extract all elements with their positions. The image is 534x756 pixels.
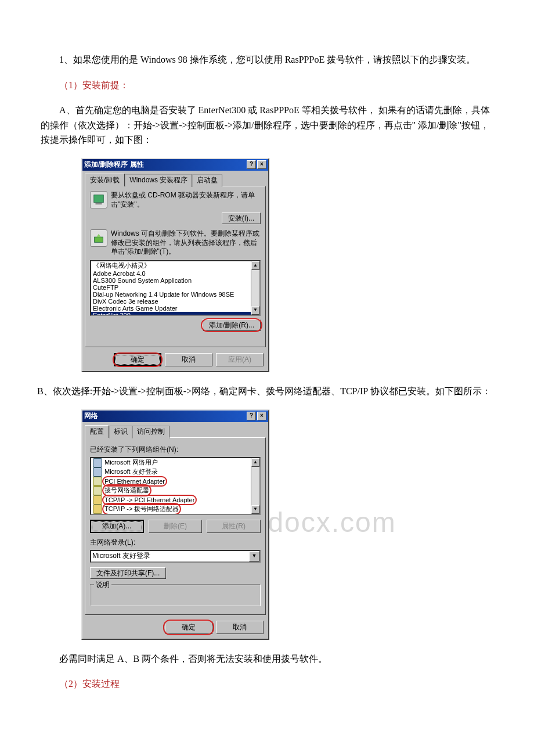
dialog-title: 网络 [84, 411, 246, 421]
tab-bar: 安装/卸载 Windows 安装程序 启动盘 [82, 171, 268, 186]
dialog-button-row: 确定 取消 应用(A) [82, 350, 268, 371]
step-1-premise: （1）安装前提： [41, 78, 493, 93]
tab-panel: 要从软盘或 CD-ROM 驱动器安装新程序，请单击"安装"。 安装(I)... … [85, 186, 266, 347]
dialog-titlebar: 添加/删除程序 属性 ? × [82, 159, 268, 171]
description-label: 说明 [94, 580, 111, 590]
svg-rect-2 [95, 237, 103, 242]
client-icon [93, 467, 102, 477]
add-remove-programs-dialog: 添加/删除程序 属性 ? × 安装/卸载 Windows 安装程序 启动盘 要从… [81, 158, 269, 372]
scroll-down-icon[interactable]: ▼ [251, 505, 259, 514]
file-print-sharing-button[interactable]: 文件及打印共享(F)... [90, 567, 166, 579]
list-item[interactable]: Dial-up Networking 1.4 Update for Window… [91, 291, 259, 298]
adapter-icon [93, 477, 102, 486]
condition-text: 必需同时满足 A、B 两个条件，否则将无法安装和使用拨号软件。 [41, 651, 493, 667]
help-icon[interactable]: ? [247, 160, 256, 169]
install-icon [90, 191, 107, 208]
step-2-process: （2）安装过程 [41, 676, 493, 692]
list-item[interactable]: PCI Ethernet Adapter [91, 477, 259, 486]
dialog-title: 添加/删除程序 属性 [84, 160, 246, 170]
list-item-label: TCP/IP -> 拨号网络适配器 [104, 505, 179, 513]
chevron-down-icon[interactable]: ▼ [249, 551, 259, 561]
network-dialog: 网络 ? × 配置 标识 访问控制 已经安装了下列网络组件(N): Micros… [81, 409, 269, 640]
list-item[interactable]: Microsoft 网络用户 [91, 458, 259, 467]
ok-button[interactable]: 确定 [165, 621, 212, 634]
tab-startup-disk[interactable]: 启动盘 [192, 174, 222, 187]
list-item[interactable]: ALS300 Sound System Application [91, 277, 259, 284]
list-item-label: PCI Ethernet Adapter [104, 478, 165, 485]
program-listbox[interactable]: 《网络电视小精灵》 Adobe Acrobat 4.0 ALS300 Sound… [90, 260, 261, 316]
tab-panel: 已经安装了下列网络组件(N): Microsoft 网络用户 Microsoft… [85, 437, 266, 615]
tab-config[interactable]: 配置 [85, 425, 109, 438]
components-label: 已经安装了下列网络组件(N): [90, 445, 261, 455]
close-icon[interactable]: × [257, 412, 266, 420]
list-item[interactable]: Electronic Arts Game Updater [91, 305, 259, 312]
primary-logon-combo[interactable]: Microsoft 友好登录 ▼ [90, 550, 261, 563]
step-b-text: B、依次选择:开始->设置->控制面板->网络，确定网卡、拨号网络适配器、TCP… [37, 384, 493, 399]
tab-access-control[interactable]: 访问控制 [132, 426, 169, 438]
remove-help-text: Windows 可自动删除下列软件。要删除某程序或修改已安装的组件，请从列表选择… [111, 229, 261, 257]
properties-button[interactable]: 属性(R) [207, 520, 261, 533]
install-button[interactable]: 安装(I)... [222, 213, 261, 224]
list-item[interactable]: 拨号网络适配器 [91, 486, 259, 495]
cancel-button[interactable]: 取消 [216, 621, 264, 634]
list-item-label: TCP/IP -> PCI Ethernet Adapter [104, 496, 194, 503]
svg-rect-0 [94, 195, 104, 203]
tab-bar: 配置 标识 访问控制 [82, 422, 268, 437]
scroll-up-icon[interactable]: ▲ [251, 458, 259, 467]
list-item[interactable]: TCP/IP -> PCI Ethernet Adapter [91, 495, 259, 505]
list-item-selected[interactable]: EnterNet 300 [91, 312, 259, 316]
list-item-label: Microsoft 网络用户 [104, 458, 158, 467]
help-icon[interactable]: ? [247, 412, 256, 420]
uninstall-icon [90, 229, 107, 247]
listbox-scrollbar[interactable]: ▲ ▼ [251, 261, 259, 315]
protocol-icon [93, 505, 102, 514]
add-remove-button[interactable]: 添加/删除(R)... [203, 319, 261, 331]
component-button-row: 添加(A)... 删除(E) 属性(R) [90, 520, 261, 533]
ok-button[interactable]: 确定 [114, 353, 161, 366]
close-icon[interactable]: × [257, 160, 266, 169]
dialog-titlebar: 网络 ? × [82, 411, 268, 422]
list-item[interactable]: 《网络电视小精灵》 [91, 261, 259, 270]
list-item-label: 拨号网络适配器 [104, 486, 149, 495]
list-item[interactable]: TCP/IP -> 拨号网络适配器 [91, 505, 259, 514]
adapter-icon [93, 486, 102, 495]
svg-rect-1 [96, 203, 102, 204]
combo-value: Microsoft 友好登录 [92, 551, 150, 561]
paragraph-intro: 1、如果您使用的是 Windows 98 操作系统，您可以使用 RasPPPoE… [41, 52, 493, 67]
list-item[interactable]: CuteFTP [91, 284, 259, 291]
apply-button[interactable]: 应用(A) [216, 353, 264, 366]
list-item-label: Microsoft 友好登录 [104, 467, 158, 476]
step-a-text: A、首先确定您的电脑是否安装了 EnterNet300 或 RasPPPoE 等… [41, 103, 493, 147]
dialog-button-row: 确定 取消 [82, 617, 268, 639]
tab-identity[interactable]: 标识 [109, 426, 132, 438]
scroll-up-icon[interactable]: ▲ [251, 261, 259, 270]
protocol-icon [93, 495, 102, 505]
list-item[interactable]: Microsoft 友好登录 [91, 467, 259, 477]
list-item[interactable]: Adobe Acrobat 4.0 [91, 270, 259, 277]
install-help-text: 要从软盘或 CD-ROM 驱动器安装新程序，请单击"安装"。 [111, 191, 261, 209]
primary-logon-label: 主网络登录(L): [90, 538, 261, 548]
listbox-scrollbar[interactable]: ▲ ▼ [251, 458, 259, 514]
cancel-button[interactable]: 取消 [165, 353, 212, 366]
list-item[interactable]: DivX Codec 3e release [91, 298, 259, 305]
description-groupbox: 说明 [90, 584, 261, 606]
tab-install-uninstall[interactable]: 安装/卸载 [85, 174, 125, 186]
add-button[interactable]: 添加(A)... [90, 520, 144, 533]
remove-button[interactable]: 删除(E) [149, 520, 203, 533]
tab-windows-setup[interactable]: Windows 安装程序 [125, 174, 192, 187]
scroll-down-icon[interactable]: ▼ [251, 306, 259, 315]
client-icon [93, 458, 102, 467]
components-listbox[interactable]: Microsoft 网络用户 Microsoft 友好登录 PCI Ethern… [90, 457, 261, 515]
